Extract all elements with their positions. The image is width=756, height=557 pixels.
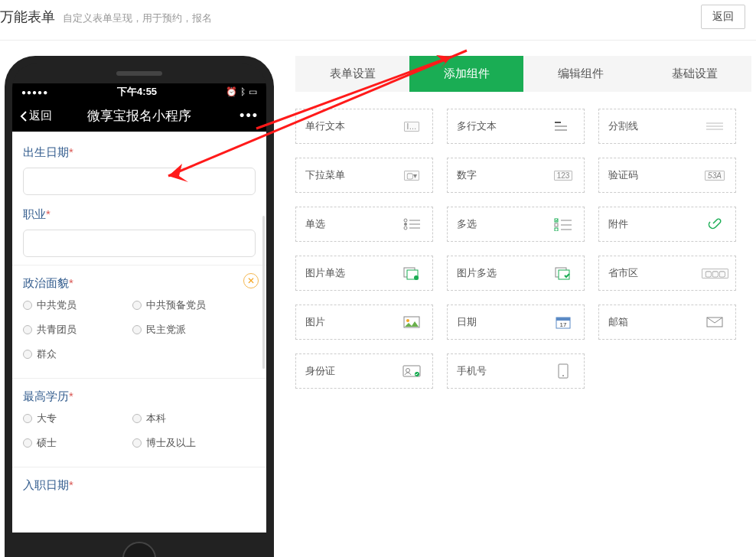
component-label: 图片: [305, 315, 325, 329]
image-icon: [400, 315, 423, 329]
svg-point-5: [404, 223, 407, 226]
component-date[interactable]: 日期17: [447, 305, 585, 340]
component-mobile[interactable]: 手机号: [447, 353, 585, 389]
radio-option[interactable]: 共青团员: [23, 323, 132, 337]
component-region[interactable]: 省市区▢▢▢: [598, 256, 736, 291]
dropdown-icon: ▢▾: [400, 168, 423, 182]
birth-input[interactable]: [23, 168, 256, 195]
date-icon: 17: [552, 315, 575, 329]
home-button[interactable]: [122, 542, 156, 557]
component-label: 附件: [608, 217, 628, 231]
component-label: 图片多选: [457, 266, 497, 280]
component-idcard[interactable]: 身份证: [295, 353, 433, 389]
component-label: 分割线: [608, 119, 638, 133]
chevron-left-icon: [20, 110, 28, 122]
component-label: 单行文本: [305, 119, 345, 133]
radio-option[interactable]: 本科: [132, 412, 242, 425]
svg-rect-23: [556, 318, 570, 321]
svg-point-21: [406, 319, 409, 322]
svg-rect-11: [555, 223, 558, 226]
svg-point-27: [406, 369, 410, 373]
svg-point-7: [404, 226, 407, 230]
right-panel: 表单设置 添加组件 编辑组件 基础设置 单行文本I…多行文本分割线下拉菜单▢▾数…: [295, 56, 751, 557]
radio-option[interactable]: 中共党员: [23, 298, 132, 312]
component-label: 身份证: [305, 364, 335, 378]
number-icon: 123: [552, 168, 575, 182]
component-captcha[interactable]: 验证码53A: [598, 158, 736, 193]
signal-dots-icon: ●●●●●: [21, 88, 48, 96]
svg-point-17: [414, 275, 419, 280]
radio-option[interactable]: 硕士: [23, 436, 132, 450]
component-dropdown[interactable]: 下拉菜单▢▾: [295, 158, 433, 193]
tab-basic-settings[interactable]: 基础设置: [637, 56, 751, 92]
email-icon: [703, 315, 726, 329]
idcard-icon: [400, 364, 423, 378]
component-label: 省市区: [608, 266, 638, 280]
political-radio-group: 中共党员 中共预备党员 共青团员 民主党派 群众: [23, 298, 256, 372]
edu-radio-group: 大专 本科 硕士 博士及以上: [23, 412, 256, 461]
component-email[interactable]: 邮箱: [598, 305, 736, 340]
component-label: 多选: [457, 217, 477, 231]
radio-option[interactable]: 中共预备党员: [132, 298, 242, 312]
radio-option[interactable]: 博士及以上: [132, 436, 242, 450]
checkbox-icon: [552, 217, 575, 231]
page-header: 万能表单 自定义表单呈现，用于预约，报名 返回: [0, 0, 756, 40]
component-label: 图片单选: [305, 266, 345, 280]
component-label: 邮箱: [608, 315, 628, 329]
close-icon[interactable]: ✕: [243, 273, 259, 288]
component-multiline[interactable]: 多行文本: [447, 109, 585, 144]
region-icon: ▢▢▢: [703, 266, 726, 280]
text-input-icon: I…: [400, 119, 423, 133]
radio-option[interactable]: 群众: [23, 347, 132, 361]
component-attachment[interactable]: 附件: [598, 207, 736, 242]
field-label-edu: 最高学历*: [23, 389, 256, 404]
component-image-check[interactable]: 图片多选: [447, 256, 585, 291]
component-radio[interactable]: 单选: [295, 207, 433, 242]
component-label: 验证码: [608, 168, 638, 182]
svg-point-3: [404, 219, 407, 222]
component-text-input[interactable]: 单行文本I…: [295, 109, 433, 144]
page-title: 万能表单: [0, 8, 55, 26]
nav-back-button[interactable]: 返回: [20, 109, 52, 123]
component-label: 多行文本: [457, 119, 497, 133]
component-checkbox[interactable]: 多选: [447, 207, 585, 242]
phone-mockup: ●●●●● 下午4:55 ⏰ ᛒ ▭ 返回 微享宝报名小程序 •••: [5, 56, 274, 557]
component-number[interactable]: 数字123: [447, 158, 585, 193]
captcha-icon: 53A: [703, 168, 726, 182]
component-label: 下拉菜单: [305, 168, 345, 182]
divider-icon: [703, 119, 726, 133]
tab-add-component[interactable]: 添加组件: [409, 56, 523, 92]
component-image[interactable]: 图片: [295, 305, 433, 340]
image-check-icon: [552, 266, 575, 280]
phone-content: 出生日期* 职业* ✕ 政治面貌* 中共党员 中共预备党员 共青团员 民主党派: [12, 132, 266, 533]
svg-rect-13: [555, 228, 558, 231]
svg-point-30: [562, 375, 564, 376]
component-label: 单选: [305, 217, 325, 231]
nav-back-label: 返回: [29, 109, 52, 123]
bluetooth-icon: ᛒ: [240, 86, 246, 97]
multiline-icon: [552, 119, 575, 133]
page-subtitle: 自定义表单呈现，用于预约，报名: [63, 11, 212, 25]
header-divider: [0, 40, 756, 41]
tab-edit-component[interactable]: 编辑组件: [523, 56, 637, 92]
return-button[interactable]: 返回: [701, 5, 745, 29]
component-label: 手机号: [457, 364, 487, 378]
component-image-radio[interactable]: 图片单选: [295, 256, 433, 291]
radio-option[interactable]: 民主党派: [132, 323, 242, 337]
image-radio-icon: [400, 266, 423, 280]
nav-more-icon[interactable]: •••: [240, 108, 259, 124]
phone-speaker: [116, 71, 162, 76]
tab-form-settings[interactable]: 表单设置: [295, 56, 409, 92]
tab-bar: 表单设置 添加组件 编辑组件 基础设置: [295, 56, 751, 92]
radio-option[interactable]: 大专: [23, 412, 132, 425]
job-input[interactable]: [23, 230, 256, 257]
battery-icon: ▭: [249, 86, 257, 97]
svg-text:17: 17: [560, 321, 567, 328]
radio-icon: [400, 217, 423, 231]
component-divider[interactable]: 分割线: [598, 109, 736, 144]
status-time: 下午4:55: [117, 85, 157, 99]
alarm-icon: ⏰: [226, 86, 237, 97]
field-label-job: 职业*: [23, 207, 256, 222]
attachment-icon: [703, 217, 726, 231]
component-label: 数字: [457, 168, 477, 182]
